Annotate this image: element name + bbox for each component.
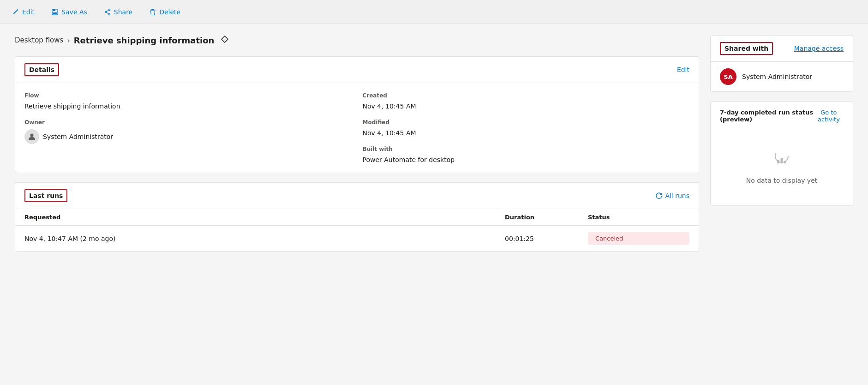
svg-line-7 [106,12,108,14]
shared-user-row: SA System Administrator [711,62,853,91]
save-as-button[interactable]: Save As [48,6,90,18]
activity-card: 7-day completed run status (preview) Go … [710,101,853,206]
details-card-body: Flow Retrieve shipping information Owner [15,83,699,173]
built-with-label: Built with [363,146,690,152]
save-as-label: Save As [61,8,87,16]
created-label: Created [363,92,690,99]
main-content: Desktop flows › Retrieve shipping inform… [0,24,868,272]
owner-avatar [24,129,39,144]
row-requested: Nov 4, 10:47 AM (2 mo ago) [24,235,505,242]
table-row: Nov 4, 10:47 AM (2 mo ago) 00:01:25 Canc… [15,226,699,252]
flow-value: Retrieve shipping information [24,102,352,110]
svg-rect-14 [781,158,783,163]
owner-label: Owner [24,119,352,126]
svg-point-4 [108,13,110,15]
svg-rect-1 [53,9,55,11]
delete-icon [149,8,156,16]
last-runs-header: Last runs All runs [15,183,699,209]
no-data-label: No data to display yet [746,177,818,184]
row-duration: 00:01:25 [505,235,588,242]
svg-rect-9 [150,10,156,11]
no-data-section: No data to display yet [720,130,844,198]
table-header-row: Requested Duration Status [15,209,699,226]
svg-rect-8 [151,9,154,10]
edit-button[interactable]: Edit [9,6,37,18]
last-runs-table: Requested Duration Status Nov 4, 10:47 A… [15,209,699,252]
share-icon [104,8,111,16]
go-to-activity-button[interactable]: Go to activity [814,109,844,123]
shared-with-header: Shared with Manage access [711,36,853,62]
svg-rect-13 [777,160,779,163]
flow-label: Flow [24,92,352,99]
built-with-group: Built with Power Automate for desktop [363,146,690,163]
breadcrumb-parent-link[interactable]: Desktop flows [15,36,63,44]
col-duration: Duration [505,214,588,221]
last-runs-title: Last runs [24,189,67,202]
user-name: System Administrator [742,73,812,80]
col-requested: Requested [24,214,505,221]
edit-label: Edit [22,8,35,16]
activity-header: 7-day completed run status (preview) Go … [720,109,844,123]
svg-point-11 [30,134,34,137]
details-edit-button[interactable]: Edit [677,66,689,73]
save-as-icon [51,8,59,16]
owner-row: System Administrator [24,129,352,144]
created-group: Created Nov 4, 10:45 AM [363,92,690,110]
owner-name: System Administrator [43,133,113,140]
details-card-header: Details Edit [15,57,699,83]
status-badge: Canceled [588,232,689,245]
svg-point-5 [105,11,106,12]
modified-group: Modified Nov 4, 10:45 AM [363,119,690,137]
flow-group: Flow Retrieve shipping information [24,92,352,110]
svg-rect-15 [784,161,786,163]
refresh-icon [656,192,662,199]
manage-access-button[interactable]: Manage access [794,45,844,52]
details-left-col: Flow Retrieve shipping information Owner [24,92,352,163]
col-status: Status [588,214,689,221]
built-with-value: Power Automate for desktop [363,156,690,163]
shared-with-title: Shared with [720,42,773,55]
svg-rect-2 [53,12,57,14]
modified-value: Nov 4, 10:45 AM [363,129,690,137]
share-button[interactable]: Share [101,6,135,18]
edit-icon [12,8,19,16]
details-right-col: Created Nov 4, 10:45 AM Modified Nov 4, … [363,92,690,163]
breadcrumb-current: Retrieve shipping information [74,36,215,45]
all-runs-button[interactable]: All runs [656,192,689,199]
details-title: Details [24,63,59,76]
breadcrumb-separator: › [67,36,70,45]
shared-with-card: Shared with Manage access SA System Admi… [710,35,853,92]
activity-title: 7-day completed run status (preview) [720,109,814,123]
top-toolbar: Edit Save As Share Delete [0,0,868,24]
chart-icon [769,144,795,171]
svg-line-6 [106,10,108,12]
right-panel: Shared with Manage access SA System Admi… [710,35,853,261]
breadcrumb: Desktop flows › Retrieve shipping inform… [15,35,699,45]
all-runs-label: All runs [665,192,689,199]
last-runs-card: Last runs All runs Requested Duration St… [15,182,699,252]
user-initials: SA [724,73,732,80]
modified-label: Modified [363,119,690,126]
share-label: Share [114,8,132,16]
created-value: Nov 4, 10:45 AM [363,102,690,110]
details-grid: Flow Retrieve shipping information Owner [24,92,689,163]
delete-button[interactable]: Delete [146,6,183,18]
svg-marker-10 [221,36,228,42]
details-card: Details Edit Flow Retrieve shipping info… [15,56,699,173]
svg-point-3 [108,9,110,10]
owner-group: Owner System Administrator [24,119,352,144]
user-avatar: SA [720,68,736,85]
diamond-icon [221,35,229,45]
delete-label: Delete [159,8,180,16]
left-panel: Desktop flows › Retrieve shipping inform… [15,35,699,261]
